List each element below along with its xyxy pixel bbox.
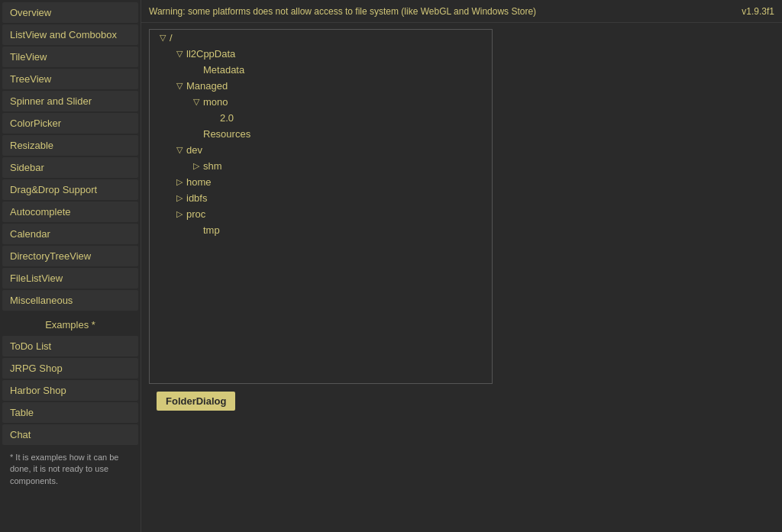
tree-node-managed[interactable]: Managed bbox=[173, 78, 492, 94]
spacer-icon bbox=[189, 130, 203, 139]
tree-node-ll2cppdata[interactable]: ll2CppData bbox=[173, 46, 492, 62]
sidebar-item-harbor-shop[interactable]: Harbor Shop bbox=[2, 380, 138, 401]
tree-node-home-label: home bbox=[186, 176, 212, 188]
version-label: v1.9.3f1 bbox=[742, 6, 774, 17]
tree-node-resources-label: Resources bbox=[203, 128, 250, 140]
spacer-icon bbox=[189, 66, 203, 75]
tree-node-shm-label: shm bbox=[203, 160, 222, 172]
chevron-down-icon bbox=[189, 97, 203, 107]
tree-node-root-label: / bbox=[170, 32, 173, 44]
sidebar-item-listview[interactable]: ListView and Combobox bbox=[2, 24, 138, 45]
tree-node-resources[interactable]: Resources bbox=[189, 126, 492, 142]
spacer-icon bbox=[206, 114, 220, 123]
chevron-right-icon bbox=[173, 177, 186, 187]
sidebar-item-jrpg-shop[interactable]: JRPG Shop bbox=[2, 358, 138, 379]
sidebar-item-sidebar[interactable]: Sidebar bbox=[2, 157, 138, 178]
tree-node-mono[interactable]: mono bbox=[189, 94, 492, 110]
sidebar-item-table[interactable]: Table bbox=[2, 402, 138, 423]
sidebar-footnote: * It is examples how it can be done, it … bbox=[2, 447, 138, 492]
tree-node-20-label: 2.0 bbox=[220, 112, 234, 124]
sidebar-item-drag-drop[interactable]: Drag&Drop Support bbox=[2, 179, 138, 200]
tree-node-ll2cppdata-label: ll2CppData bbox=[186, 48, 235, 60]
tree-node-dev[interactable]: dev bbox=[173, 142, 492, 158]
sidebar-item-chat[interactable]: Chat bbox=[2, 424, 138, 445]
tree-node-shm[interactable]: shm bbox=[189, 158, 492, 174]
tree-node-dev-label: dev bbox=[186, 144, 202, 156]
tree-node-home[interactable]: home bbox=[173, 174, 492, 190]
tree-node-tmp[interactable]: tmp bbox=[189, 222, 492, 238]
tree-node-metadata-label: Metadata bbox=[203, 64, 244, 76]
warning-text: Warning: some platforms does not allow a… bbox=[149, 6, 536, 17]
warning-bar: Warning: some platforms does not allow a… bbox=[141, 0, 782, 23]
sidebar-item-colorpicker[interactable]: ColorPicker bbox=[2, 113, 138, 134]
tree-node-root[interactable]: / bbox=[156, 30, 492, 46]
tree-node-metadata[interactable]: Metadata bbox=[189, 62, 492, 78]
folder-dialog-button[interactable]: FolderDialog bbox=[157, 392, 235, 411]
main-content: Warning: some platforms does not allow a… bbox=[141, 0, 782, 532]
tree-node-idbfs[interactable]: idbfs bbox=[173, 190, 492, 206]
sidebar-item-treeview[interactable]: TreeView bbox=[2, 69, 138, 89]
chevron-down-icon bbox=[156, 33, 170, 43]
sidebar-item-miscellaneous[interactable]: Miscellaneous bbox=[2, 290, 138, 311]
chevron-right-icon bbox=[189, 161, 203, 171]
tree-node-tmp-label: tmp bbox=[203, 224, 220, 236]
spacer-icon bbox=[189, 226, 203, 235]
sidebar-item-tileview[interactable]: TileView bbox=[2, 47, 138, 67]
chevron-down-icon bbox=[173, 145, 186, 155]
bottom-bar: FolderDialog bbox=[149, 384, 774, 418]
sidebar-item-overview[interactable]: Overview bbox=[2, 2, 138, 23]
examples-section-label: Examples * bbox=[2, 314, 138, 335]
tree-node-proc[interactable]: proc bbox=[173, 206, 492, 222]
tree-scroll-container[interactable]: / ll2CppData Metadata Managed mono 2.0 bbox=[149, 29, 493, 384]
sidebar-item-directorytreeview[interactable]: DirectoryTreeView bbox=[2, 246, 138, 266]
tree-node-proc-label: proc bbox=[186, 208, 205, 220]
tree-node-managed-label: Managed bbox=[186, 80, 228, 92]
chevron-down-icon bbox=[173, 81, 186, 91]
sidebar-item-spinner-slider[interactable]: Spinner and Slider bbox=[2, 91, 138, 111]
tree-node-20[interactable]: 2.0 bbox=[206, 110, 492, 126]
chevron-right-icon bbox=[173, 193, 186, 203]
tree-node-mono-label: mono bbox=[203, 96, 228, 108]
tree-area: / ll2CppData Metadata Managed mono 2.0 bbox=[141, 23, 782, 532]
sidebar-item-resizable[interactable]: Resizable bbox=[2, 135, 138, 156]
sidebar-item-filelistview[interactable]: FileListView bbox=[2, 268, 138, 289]
sidebar: Overview ListView and Combobox TileView … bbox=[0, 0, 141, 532]
sidebar-item-autocomplete[interactable]: Autocomplete bbox=[2, 202, 138, 222]
sidebar-item-todo-list[interactable]: ToDo List bbox=[2, 336, 138, 356]
sidebar-item-calendar[interactable]: Calendar bbox=[2, 224, 138, 244]
tree-node-idbfs-label: idbfs bbox=[186, 192, 207, 204]
chevron-down-icon bbox=[173, 49, 186, 59]
chevron-right-icon bbox=[173, 209, 186, 219]
